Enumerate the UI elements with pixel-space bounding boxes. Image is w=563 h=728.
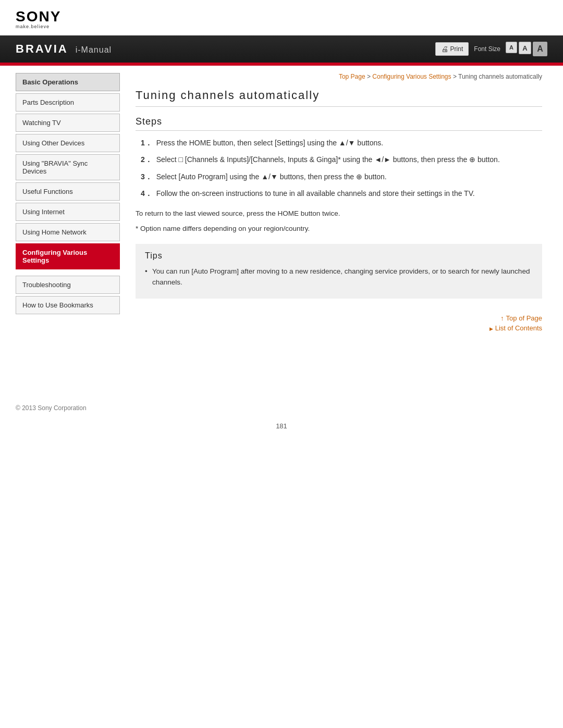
copyright-text: © 2013 Sony Corporation	[16, 404, 87, 412]
main-layout: Basic Operations Parts Description Watch…	[0, 66, 563, 378]
page-number: 181	[0, 417, 563, 440]
sidebar-item-how-to-use-bookmarks[interactable]: How to Use Bookmarks	[16, 296, 120, 314]
page-title: Tuning channels automatically	[136, 89, 542, 107]
sidebar-item-using-bravia-sync[interactable]: Using "BRAVIA" Sync Devices	[16, 154, 120, 180]
sidebar-item-parts-description[interactable]: Parts Description	[16, 93, 120, 112]
arrow-right-icon	[489, 324, 493, 332]
sidebar-item-using-internet[interactable]: Using Internet	[16, 203, 120, 221]
header-bar: BRAVIA i-Manual 🖨 Print Font Size A A A	[0, 35, 563, 63]
step-2: 2． Select □ [Channels & Inputs]/[Channel…	[136, 154, 542, 165]
breadcrumb-current: Tuning channels automatically	[458, 73, 542, 80]
font-medium-button[interactable]: A	[519, 42, 531, 54]
step-3: 3． Select [Auto Program] using the ▲/▼ b…	[136, 171, 542, 182]
sony-tagline: make.believe	[16, 24, 547, 29]
tips-box: Tips You can run [Auto Program] after mo…	[136, 244, 542, 299]
bravia-title: BRAVIA i-Manual	[16, 42, 112, 56]
sidebar-item-watching-tv[interactable]: Watching TV	[16, 114, 120, 132]
header-controls: 🖨 Print Font Size A A A	[435, 42, 547, 56]
sidebar-item-troubleshooting[interactable]: Troubleshooting	[16, 276, 120, 294]
sidebar: Basic Operations Parts Description Watch…	[0, 66, 120, 378]
top-of-page-link[interactable]: Top of Page	[500, 314, 542, 322]
breadcrumb-separator-2: >	[453, 73, 458, 80]
sony-logo: SONY make.believe	[16, 9, 547, 29]
print-label: Print	[450, 45, 463, 53]
step-1: 1． Press the HOME button, then select [S…	[136, 137, 542, 149]
tips-list: You can run [Auto Program] after moving …	[145, 266, 533, 288]
sidebar-item-useful-functions[interactable]: Useful Functions	[16, 182, 120, 201]
step-4: 4． Follow the on-screen instructions to …	[136, 188, 542, 199]
content-area: Top Page > Configuring Various Settings …	[120, 66, 563, 378]
breadcrumb-separator-1: >	[367, 73, 372, 80]
sony-logo-text: SONY	[16, 9, 547, 24]
steps-heading: Steps	[136, 116, 542, 131]
arrow-up-icon	[500, 314, 504, 322]
bottom-links: Top of Page List of Contents	[136, 314, 542, 332]
note-1: To return to the last viewed source, pre…	[136, 208, 542, 219]
print-button[interactable]: 🖨 Print	[435, 42, 469, 56]
list-of-contents-link[interactable]: List of Contents	[489, 324, 542, 332]
sidebar-item-using-other-devices[interactable]: Using Other Devices	[16, 134, 120, 152]
sidebar-item-using-home-network[interactable]: Using Home Network	[16, 223, 120, 241]
print-icon: 🖨	[441, 45, 448, 53]
note-2: * Option name differs depending on your …	[136, 223, 542, 235]
sidebar-item-basic-operations[interactable]: Basic Operations	[16, 73, 120, 91]
bravia-brand: BRAVIA	[16, 42, 68, 56]
steps-list: 1． Press the HOME button, then select [S…	[136, 137, 542, 200]
tips-heading: Tips	[145, 251, 533, 261]
page-footer: © 2013 Sony Corporation	[0, 399, 563, 417]
breadcrumb-configuring[interactable]: Configuring Various Settings	[372, 73, 451, 80]
sidebar-item-configuring-settings[interactable]: Configuring Various Settings	[16, 243, 120, 269]
font-size-label: Font Size	[474, 45, 500, 53]
font-small-button[interactable]: A	[506, 42, 517, 53]
imanual-label: i-Manual	[76, 45, 112, 55]
tip-1: You can run [Auto Program] after moving …	[145, 266, 533, 288]
font-size-controls: A A A	[506, 42, 547, 56]
logo-area: SONY make.believe	[0, 0, 563, 35]
font-large-button[interactable]: A	[533, 42, 547, 56]
page-wrapper: SONY make.believe BRAVIA i-Manual 🖨 Prin…	[0, 0, 563, 728]
breadcrumb-top-page[interactable]: Top Page	[339, 73, 365, 80]
breadcrumb: Top Page > Configuring Various Settings …	[136, 73, 542, 80]
